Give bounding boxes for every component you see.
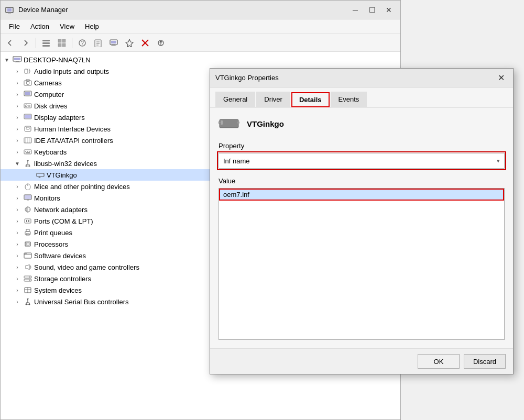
svg-rect-1 <box>7 8 12 12</box>
svg-rect-49 <box>24 150 31 154</box>
mice-label: Mice and other pointing devices <box>34 183 130 191</box>
svg-rect-5 <box>42 45 50 47</box>
svg-rect-17 <box>111 41 116 43</box>
svg-rect-4 <box>42 42 50 44</box>
sound-label: Sound, video and game controllers <box>34 263 139 271</box>
menu-action[interactable]: Action <box>25 20 54 32</box>
dropdown-arrow-icon: ▾ <box>497 158 500 164</box>
device-name: VTGinkgo <box>247 119 284 128</box>
svg-rect-19 <box>111 45 116 46</box>
svg-rect-64 <box>27 200 29 201</box>
ide-label: IDE ATA/ATAPI controllers <box>34 137 113 145</box>
properties-button[interactable] <box>91 36 105 50</box>
svg-rect-42 <box>25 115 31 118</box>
network-label: Network adapters <box>34 206 88 214</box>
help-button[interactable]: ? <box>75 36 90 50</box>
svg-rect-27 <box>14 58 20 60</box>
property-dropdown[interactable]: Inf name ▾ <box>219 153 505 169</box>
svg-point-83 <box>29 277 30 278</box>
svg-rect-51 <box>27 151 28 152</box>
computer-button[interactable] <box>106 36 121 50</box>
tree-root[interactable]: ▼ DESKTOP-NNAQ7LN <box>1 54 400 65</box>
svg-rect-63 <box>25 195 31 199</box>
dialog-content: VTGinkgo Property Inf name ▾ Value oem7.… <box>210 107 513 348</box>
hid-icon <box>23 124 32 134</box>
processor-icon <box>23 239 32 249</box>
menu-view[interactable]: View <box>54 20 80 32</box>
libusb-label: libusb-win32 devices <box>34 160 97 168</box>
svg-rect-92 <box>219 121 221 124</box>
menu-file[interactable]: File <box>4 20 25 32</box>
svg-rect-68 <box>25 219 31 223</box>
delete-button[interactable] <box>138 36 152 50</box>
discard-button[interactable]: Discard <box>464 354 506 369</box>
pin-button[interactable] <box>122 36 137 50</box>
update-button[interactable] <box>154 36 168 50</box>
network-icon <box>23 205 32 214</box>
maximize-button[interactable]: ☐ <box>365 4 379 16</box>
value-list-item[interactable]: oem7.inf <box>219 189 504 201</box>
ok-button[interactable]: OK <box>418 354 460 369</box>
root-label: DESKTOP-NNAQ7LN <box>24 56 91 64</box>
dialog-close-button[interactable]: ✕ <box>494 72 508 84</box>
property-label: Property <box>219 142 505 150</box>
detail-view-button[interactable] <box>54 36 69 50</box>
processors-label: Processors <box>34 240 68 248</box>
svg-point-55 <box>29 165 30 167</box>
storage-expand-icon: › <box>13 274 21 283</box>
tab-driver[interactable]: Driver <box>256 92 290 107</box>
svg-rect-52 <box>29 151 30 152</box>
system-icon <box>23 285 32 295</box>
dialog-footer: OK Discard <box>210 348 513 374</box>
minimize-button[interactable]: ─ <box>348 4 363 16</box>
disk-expand-icon: › <box>13 102 21 110</box>
ports-expand-icon: › <box>13 217 21 225</box>
tab-events[interactable]: Events <box>331 92 367 107</box>
print-expand-icon: › <box>13 228 21 237</box>
svg-rect-36 <box>26 96 29 96</box>
svg-rect-93 <box>221 120 223 125</box>
computer-icon <box>13 55 22 64</box>
value-list[interactable]: oem7.inf <box>219 188 505 340</box>
system-expand-icon: › <box>13 286 21 294</box>
keyboards-expand-icon: › <box>13 148 21 156</box>
svg-point-38 <box>25 105 27 107</box>
svg-rect-44 <box>26 127 29 129</box>
display-icon <box>23 113 32 122</box>
svg-point-79 <box>26 253 27 255</box>
vtginkgo-expand-icon <box>26 171 34 179</box>
tab-general[interactable]: General <box>215 92 255 107</box>
display-label: Display adapters <box>34 114 85 121</box>
ports-label: Ports (COM & LPT) <box>34 217 93 225</box>
title-bar: Device Manager ─ ☐ ✕ <box>1 1 400 19</box>
window-controls: ─ ☐ ✕ <box>348 4 396 16</box>
back-button[interactable] <box>3 36 17 50</box>
sound-icon <box>23 262 32 272</box>
svg-rect-70 <box>28 220 29 222</box>
value-label: Value <box>219 177 505 185</box>
close-window-button[interactable]: ✕ <box>381 4 396 16</box>
svg-point-84 <box>29 280 30 281</box>
computer-expand-icon: › <box>13 90 21 98</box>
menu-help[interactable]: Help <box>80 20 104 32</box>
root-expand-icon: ▼ <box>3 56 11 64</box>
mice-expand-icon: › <box>13 182 21 191</box>
tab-details[interactable]: Details <box>291 92 330 107</box>
svg-marker-90 <box>27 299 29 300</box>
audio-label: Audio inputs and outputs <box>34 68 109 75</box>
keyboard-icon <box>23 147 32 157</box>
display-expand-icon: › <box>13 113 21 121</box>
svg-rect-57 <box>37 173 44 176</box>
svg-rect-74 <box>25 242 30 246</box>
forward-button[interactable] <box>18 36 33 50</box>
computer-label: Computer <box>34 91 64 98</box>
svg-rect-3 <box>42 40 50 41</box>
monitors-label: Monitors <box>34 194 60 202</box>
vtginkgo-label: VTGinkgo <box>47 171 77 179</box>
tree-view-button[interactable] <box>39 36 53 50</box>
svg-marker-56 <box>27 160 29 162</box>
usb-label: Universal Serial Bus controllers <box>34 298 129 306</box>
system-label: System devices <box>34 286 82 294</box>
printer-icon <box>23 228 32 237</box>
toolbar-sep-1 <box>36 38 36 48</box>
